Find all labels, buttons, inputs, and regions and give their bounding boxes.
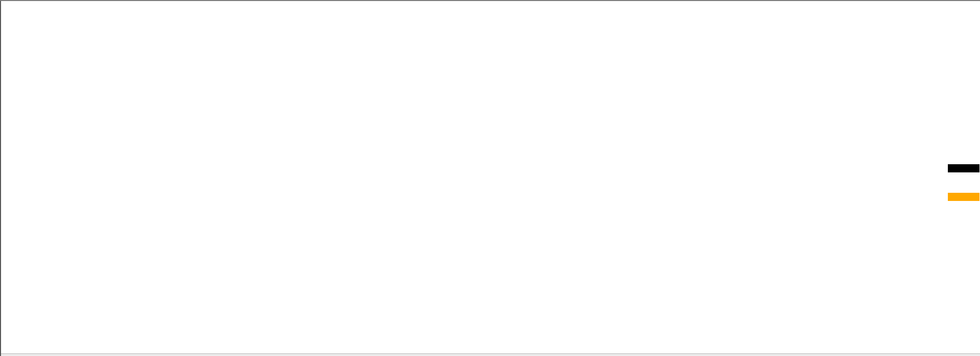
current-price-badge <box>948 164 979 172</box>
support-price-badge <box>948 193 979 201</box>
window-left-edge <box>0 1 1 356</box>
mt4-chart-window[interactable] <box>0 0 980 356</box>
window-bottom-strip <box>0 353 980 356</box>
chart-canvas[interactable] <box>0 1 980 356</box>
